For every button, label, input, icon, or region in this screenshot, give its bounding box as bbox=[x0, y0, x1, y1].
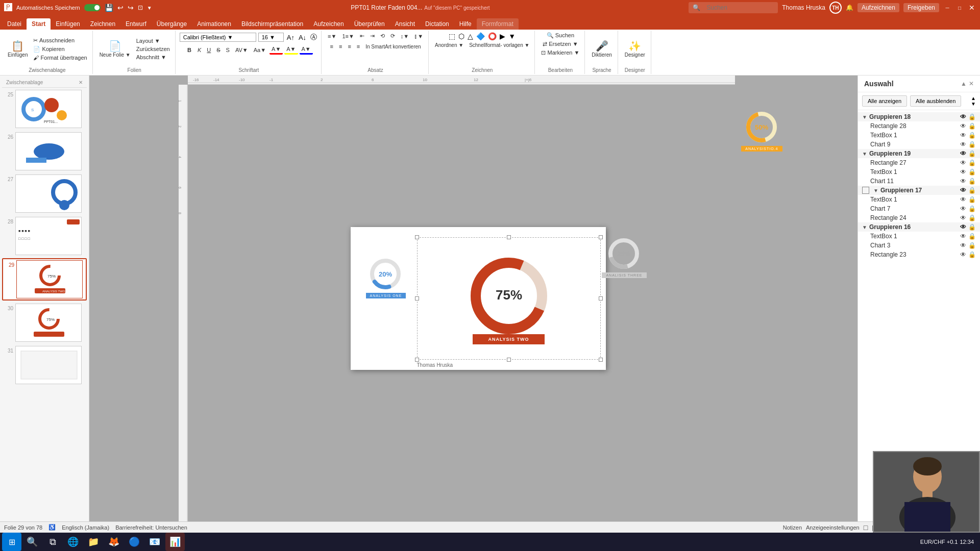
powerpoint-taskbar-btn[interactable]: 📊 bbox=[165, 533, 185, 551]
language-status[interactable]: Englisch (Jamaika) bbox=[62, 524, 109, 531]
line-spacing-btn[interactable]: ↕▼ bbox=[399, 32, 411, 40]
lock-rect27-icon[interactable]: 🔒 bbox=[968, 159, 976, 166]
tab-entwurf[interactable]: Entwurf bbox=[120, 18, 152, 30]
minimize-btn[interactable]: ─ bbox=[943, 4, 951, 12]
scroll-down-icon[interactable]: ▼ bbox=[971, 101, 976, 107]
gruppe17-checkbox[interactable] bbox=[862, 187, 869, 194]
user-avatar[interactable]: TH bbox=[829, 2, 842, 14]
underline-btn[interactable]: U bbox=[205, 46, 213, 54]
bold-btn[interactable]: B bbox=[185, 45, 194, 55]
visibility-chart11-icon[interactable]: 👁 bbox=[960, 178, 966, 185]
tab-ansicht[interactable]: Ansicht bbox=[390, 18, 420, 30]
tab-ueberpruefen[interactable]: Überprüfen bbox=[349, 18, 390, 30]
search-input[interactable] bbox=[702, 3, 774, 12]
handle-mr[interactable] bbox=[599, 296, 603, 300]
clear-format-btn[interactable]: Ⓐ bbox=[309, 32, 318, 43]
lock-tb1-17-icon[interactable]: 🔒 bbox=[968, 196, 976, 203]
shape-5[interactable]: ⭕ bbox=[487, 32, 498, 41]
lock-rect23-icon[interactable]: 🔒 bbox=[968, 251, 976, 258]
hide-all-btn[interactable]: Alle ausblenden bbox=[910, 95, 961, 107]
smartart-btn[interactable]: In SmartArt konvertieren bbox=[363, 42, 423, 51]
shadow-btn[interactable]: S bbox=[224, 46, 232, 54]
diktieren-btn[interactable]: 🎤 Diktieren bbox=[589, 39, 614, 59]
search-bar[interactable]: 🔍 bbox=[689, 2, 778, 13]
firefox-btn[interactable]: 🦊 bbox=[104, 533, 124, 551]
slide-thumb-30[interactable]: 30 75% bbox=[2, 303, 87, 343]
handle-ml[interactable] bbox=[415, 296, 419, 300]
abschnitt-btn[interactable]: Abschnitt ▼ bbox=[134, 54, 172, 61]
tab-formformat[interactable]: Formformat bbox=[477, 18, 519, 30]
visibility-19-icon[interactable]: 👁 bbox=[960, 150, 966, 157]
tree-item-gruppe17[interactable]: ▼ Gruppieren 17 👁 🔒 bbox=[858, 186, 980, 195]
lock-17-icon[interactable]: 🔒 bbox=[968, 187, 976, 194]
tree-item-textbox1-18[interactable]: TextBox 1 👁 🔒 bbox=[858, 131, 980, 140]
align-center-btn[interactable]: ≡ bbox=[337, 42, 344, 51]
tab-datei[interactable]: Datei bbox=[2, 18, 27, 30]
zuruecksetzen-btn[interactable]: Zurücksetzen bbox=[134, 45, 172, 53]
font-color-btn[interactable]: A▼ bbox=[270, 45, 283, 55]
lock-rect24-icon[interactable]: 🔒 bbox=[968, 214, 976, 221]
schnellformatvorlagen-btn[interactable]: Schnellformat- vorlagen ▼ bbox=[467, 42, 531, 48]
visibility-chart7-icon[interactable]: 👁 bbox=[960, 205, 966, 212]
visibility-17-icon[interactable]: 👁 bbox=[960, 187, 966, 194]
quick-access-icon[interactable]: ⊡ bbox=[138, 4, 143, 11]
visibility-rect23-icon[interactable]: 👁 bbox=[960, 251, 966, 258]
visibility-chart9-icon[interactable]: 👁 bbox=[960, 141, 966, 148]
tree-item-chart7[interactable]: Chart 7 👁 🔒 bbox=[858, 204, 980, 213]
redo-icon[interactable]: ↪ bbox=[128, 4, 134, 12]
notes-btn[interactable]: Notizen bbox=[783, 524, 802, 531]
layout-btn[interactable]: Layout ▼ bbox=[134, 37, 172, 44]
shape-3[interactable]: △ bbox=[467, 32, 474, 41]
view-settings-btn[interactable]: Anzeigeeinstellungen bbox=[806, 524, 860, 531]
visibility-chart3-icon[interactable]: 👁 bbox=[960, 242, 966, 249]
share-btn[interactable]: Aufzeichnen bbox=[857, 3, 899, 12]
handle-tl[interactable] bbox=[415, 235, 419, 239]
neue-folie-btn[interactable]: 📄 Neue Folie ▼ bbox=[97, 39, 133, 59]
slide-thumb-31[interactable]: 31 bbox=[2, 345, 87, 385]
tree-item-rect28[interactable]: Rectangle 28 👁 🔒 bbox=[858, 121, 980, 131]
slide-thumb-29[interactable]: 29 75% ANALYSIS TWO bbox=[2, 258, 87, 300]
auto-save-toggle[interactable] bbox=[84, 4, 101, 11]
italic-btn[interactable]: K bbox=[195, 46, 203, 54]
ribbon-collapse-icon[interactable]: 🔔 bbox=[846, 4, 853, 11]
view-normal-btn[interactable]: □ bbox=[864, 523, 868, 532]
tree-item-textbox1-19[interactable]: TextBox 1 👁 🔒 bbox=[858, 167, 980, 177]
collapse-btn[interactable]: ▲ bbox=[961, 80, 967, 87]
kopieren-btn[interactable]: 📄 Kopieren bbox=[31, 45, 89, 53]
tree-item-chart11[interactable]: Chart 11 👁 🔒 bbox=[858, 177, 980, 186]
shape-1[interactable]: ⬚ bbox=[448, 32, 456, 41]
font-size-input[interactable]: 16 ▼ bbox=[258, 33, 284, 42]
slide-thumb-27[interactable]: 27 bbox=[2, 173, 87, 214]
case-btn[interactable]: Aa▼ bbox=[252, 46, 268, 54]
highlight-btn[interactable]: A▼ bbox=[284, 45, 298, 55]
close-panel-btn[interactable]: ✕ bbox=[969, 80, 974, 87]
paste-btn[interactable]: 📋 Einfügen bbox=[5, 39, 30, 59]
outdent-btn[interactable]: ⇤ bbox=[358, 32, 366, 40]
slide-thumb-26[interactable]: 26 bbox=[2, 131, 87, 171]
panel-close-icon[interactable]: ✕ bbox=[79, 80, 83, 85]
shape-6[interactable]: ▶ bbox=[499, 32, 506, 41]
lock-tb1-19-icon[interactable]: 🔒 bbox=[968, 168, 976, 176]
start-btn[interactable]: ⊞ bbox=[2, 533, 21, 551]
font-name-input[interactable]: Calibri (Fließtext) ▼ bbox=[180, 33, 256, 42]
tree-item-rect27[interactable]: Rectangle 27 👁 🔒 bbox=[858, 158, 980, 167]
lock-tb1-18-icon[interactable]: 🔒 bbox=[968, 132, 976, 139]
text-direction2-btn[interactable]: ⟳ bbox=[388, 32, 397, 40]
dropdown-icon[interactable]: ▼ bbox=[147, 5, 152, 11]
tree-item-chart9[interactable]: Chart 9 👁 🔒 bbox=[858, 140, 980, 149]
lock-tb1-16-icon[interactable]: 🔒 bbox=[968, 233, 976, 240]
explorer-btn[interactable]: 📁 bbox=[84, 533, 103, 551]
lock-chart9-icon[interactable]: 🔒 bbox=[968, 141, 976, 148]
slide-thumb-25[interactable]: 25 S PPT01... bbox=[2, 89, 87, 129]
visibility-tb1-16-icon[interactable]: 👁 bbox=[960, 233, 966, 240]
align-right-btn[interactable]: ≡ bbox=[346, 42, 353, 51]
visibility-tb1-19-icon[interactable]: 👁 bbox=[960, 168, 966, 176]
markieren-btn[interactable]: ⊡ Markieren ▼ bbox=[539, 49, 581, 57]
tab-einfuegen[interactable]: Einfügen bbox=[51, 18, 85, 30]
shape-2[interactable]: ⬡ bbox=[457, 32, 465, 41]
lock-16-icon[interactable]: 🔒 bbox=[968, 223, 976, 231]
clock[interactable]: 12:34 bbox=[960, 539, 974, 545]
lock-19-icon[interactable]: 🔒 bbox=[968, 150, 976, 157]
ausschneiden-btn[interactable]: ✂ Ausschneiden bbox=[31, 37, 89, 44]
tab-hilfe[interactable]: Hilfe bbox=[454, 18, 477, 30]
